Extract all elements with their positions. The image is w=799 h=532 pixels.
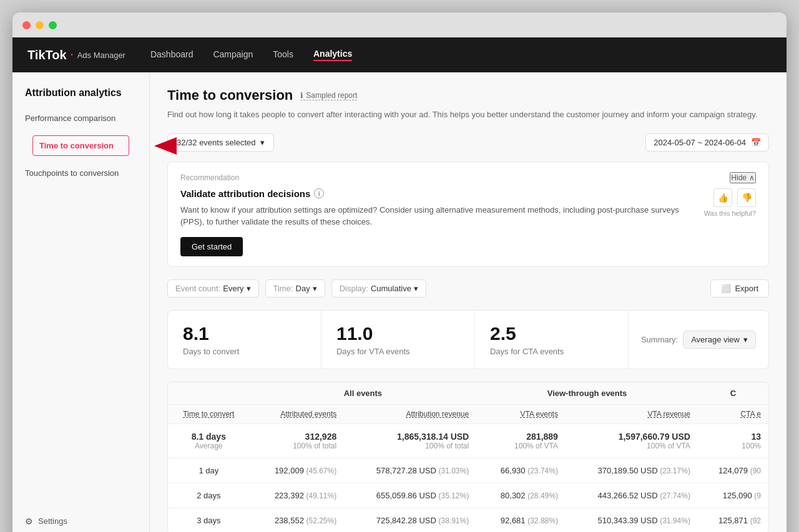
th-attributed-label: Attributed events [280, 410, 336, 418]
stat-days-cta: 2.5 Days for CTA events [475, 311, 629, 369]
stat-days-convert-value: 8.1 [183, 323, 306, 344]
row2-label: 2 days [168, 483, 250, 508]
rec-title: Validate attribution decisions i [180, 188, 704, 199]
row2-attr-revenue-val: 655,059.86 USD [376, 491, 436, 500]
summary-average-label: Average [175, 442, 242, 450]
sidebar-item-time-to-conversion[interactable]: Time to conversion [32, 135, 129, 156]
export-button[interactable]: ⬜ Export [710, 279, 769, 297]
stats-row: 8.1 Days to convert 11.0 Days for VTA ev… [167, 310, 769, 369]
export-label: Export [735, 284, 758, 293]
event-count-filter[interactable]: Event count: Every ▾ [167, 279, 259, 297]
row2-vta-events-val: 80,302 [501, 491, 526, 500]
row1-attr-revenue-pct: (31.03%) [439, 467, 469, 475]
data-table: All events View-through events C Time to… [167, 382, 769, 533]
sampled-badge[interactable]: ℹ Sampled report [300, 91, 357, 100]
row3-vta-events-val: 92,681 [501, 516, 526, 525]
summary-days-label: 8.1 days [192, 432, 226, 442]
summary-vta-events-value: 281,889 [526, 432, 558, 442]
row2-vta-events-pct: (28.49%) [527, 491, 558, 500]
sidebar-item-touchpoints[interactable]: Touchpoints to conversion [12, 163, 149, 183]
thumbs-down-button[interactable]: 👎 [737, 188, 756, 207]
summary-attributed-events: 312,928 100% of total [250, 423, 345, 458]
row2-attr-revenue: 655,059.86 USD (35.12%) [344, 483, 476, 508]
settings-label: Settings [38, 516, 67, 526]
chevron-down-icon: ▾ [260, 138, 265, 147]
get-started-button[interactable]: Get started [180, 237, 243, 256]
event-count-label: Event count: [175, 284, 220, 293]
th-vta-events-label: VTA events [520, 410, 557, 418]
helpful-section: 👍 👎 Was this helpful? [704, 188, 756, 217]
summary-vta-revenue-value: 1,597,660.79 USD [619, 432, 690, 442]
rec-info-icon: i [314, 188, 324, 198]
nav-item-dashboard[interactable]: Dashboard [150, 49, 194, 60]
display-chevron: ▾ [414, 284, 418, 293]
col-group-all-events: All events [250, 382, 477, 405]
table-row: 3 days 238,552 (52.25%) 725,842.28 USD (… [168, 508, 768, 532]
date-range-picker[interactable]: 2024-05-07 ~ 2024-06-04 📅 [645, 133, 769, 152]
display-filter[interactable]: Display: Cumulative ▾ [331, 279, 426, 297]
rec-description: Want to know if your attribution setting… [180, 204, 680, 228]
event-count-value: Every [223, 284, 243, 293]
row1-cta-pct: (90 [750, 467, 761, 475]
row2-cta-val: 125,090 [723, 491, 752, 500]
row3-cta: 125,871 (92 [698, 508, 768, 532]
row3-attr-revenue: 725,842.28 USD (38.91%) [344, 508, 476, 532]
table: All events View-through events C Time to… [168, 382, 768, 533]
minimize-button[interactable] [36, 21, 44, 29]
col-group-c: C [698, 382, 768, 405]
page-description: Find out how long it takes people to con… [167, 109, 769, 121]
summary-select[interactable]: Average view ▾ [683, 331, 756, 349]
display-label: Display: [340, 284, 368, 293]
recommendation-box: Recommendation Hide ∧ Validate attributi… [167, 162, 769, 267]
time-filter[interactable]: Time: Day ▾ [265, 279, 325, 297]
stat-days-cta-value: 2.5 [490, 323, 613, 344]
sidebar-item-performance[interactable]: Performance comparison [12, 109, 149, 128]
stat-days-vta-value: 11.0 [336, 323, 459, 344]
row1-attr-revenue-val: 578,727.28 USD [376, 466, 436, 475]
summary-cta-pct: 100% [705, 442, 761, 450]
col-headers-row: Time to convert Attributed events Attrib… [168, 404, 768, 423]
top-nav: TikTok· Ads Manager Dashboard Campaign T… [12, 37, 787, 72]
nav-item-campaign[interactable]: Campaign [213, 49, 253, 60]
row3-attr-revenue-val: 725,842.28 USD [376, 516, 436, 525]
export-icon: ⬜ [721, 284, 731, 293]
summary-vta-revenue: 1,597,660.79 USD 100% of VTA [566, 423, 698, 458]
row2-attr-events-val: 223,392 [275, 491, 304, 500]
row3-vta-events: 92,681 (32.88%) [476, 508, 566, 532]
th-attr-revenue-label: Attribution revenue [406, 410, 469, 418]
row1-cta-val: 124,079 [718, 466, 748, 475]
th-attribution-revenue: Attribution revenue [344, 404, 476, 423]
hide-label: Hide [731, 173, 747, 182]
th-vta-events: VTA events [476, 404, 566, 423]
row3-vta-events-pct: (32.88%) [527, 516, 558, 525]
thumbs-up-button[interactable]: 👍 [713, 188, 732, 207]
maximize-button[interactable] [49, 21, 57, 29]
sampled-badge-label: Sampled report [306, 91, 357, 100]
hide-button[interactable]: Hide ∧ [730, 172, 756, 183]
nav-item-tools[interactable]: Tools [273, 49, 293, 60]
stat-days-cta-label: Days for CTA events [490, 347, 613, 356]
titlebar [12, 12, 787, 37]
sidebar-title: Attribution analytics [12, 87, 149, 109]
events-selector[interactable]: 32/32 events selected ▾ [167, 133, 274, 152]
row3-attr-events-val: 238,552 [275, 516, 304, 525]
controls-row: 32/32 events selected ▾ 2024-05-07 ~ 202… [167, 133, 769, 152]
row3-attr-events: 238,552 (52.25%) [250, 508, 345, 532]
summary-cta-value: 13 [751, 432, 761, 442]
row1-vta-events-val: 66,930 [501, 466, 526, 475]
nav-item-analytics[interactable]: Analytics [313, 49, 352, 61]
summary-time-convert: 8.1 days Average [168, 423, 250, 458]
nav-items: Dashboard Campaign Tools Analytics [150, 49, 772, 61]
row2-cta: 125,090 (9 [698, 483, 768, 508]
calendar-icon: 📅 [751, 138, 761, 147]
row2-attr-events-pct: (49.11%) [306, 491, 337, 500]
thumb-buttons: 👍 👎 [713, 188, 756, 207]
summary-vta-events: 281,889 100% of VTA [476, 423, 566, 458]
th-time-to-convert-label: Time to convert [183, 410, 234, 418]
close-button[interactable] [22, 21, 31, 29]
sidebar-settings[interactable]: ⚙ Settings [12, 509, 149, 533]
col-group-vta-events: View-through events [476, 382, 698, 405]
row3-attr-revenue-pct: (38.91%) [439, 516, 469, 525]
sidebar-item-time-to-conversion-wrapper: Time to conversion [12, 128, 149, 163]
th-vta-revenue-label: VTA revenue [647, 410, 690, 418]
